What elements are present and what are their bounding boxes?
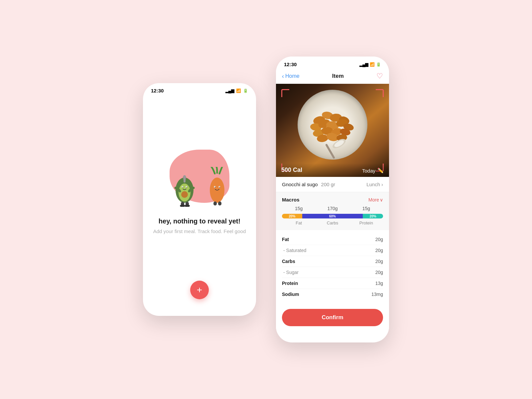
carrot-character bbox=[205, 167, 229, 207]
nutrition-fat-value: 20g bbox=[375, 237, 383, 242]
meal-name: Gnocchi al sugo bbox=[282, 182, 318, 187]
svg-rect-19 bbox=[218, 201, 221, 205]
signal-icon-right: ▂▄▆ bbox=[359, 62, 368, 67]
protein-bar: 20% bbox=[363, 214, 383, 218]
carbs-label: Carbs bbox=[316, 220, 349, 225]
nutrition-sodium-label: Sodium bbox=[282, 292, 299, 297]
illustration bbox=[166, 143, 233, 209]
date-label: Today ✏️ bbox=[362, 168, 384, 174]
protein-label: Protein bbox=[349, 220, 383, 225]
macro-progress-bar: 20% 60% 20% bbox=[282, 214, 383, 218]
signal-icon: ▂▄▆ bbox=[225, 88, 234, 93]
nutrition-carbs-value: 20g bbox=[375, 259, 383, 264]
nutrition-sugar-value: 20g bbox=[375, 270, 383, 275]
time-right: 12:30 bbox=[284, 62, 297, 67]
protein-value: 15g bbox=[349, 206, 383, 211]
food-overlay: 500 Cal Today ✏️ bbox=[276, 163, 389, 177]
nutrition-saturated-label: - Saturated bbox=[282, 248, 306, 253]
nav-title: Item bbox=[332, 73, 344, 79]
svg-rect-18 bbox=[213, 201, 217, 205]
battery-icon-right: 🔋 bbox=[376, 62, 381, 67]
empty-state-content: hey, nothing to reveal yet! Add your fir… bbox=[143, 96, 256, 281]
table-row: Protein 13g bbox=[282, 278, 383, 289]
svg-point-10 bbox=[185, 204, 190, 207]
chevron-right-icon: › bbox=[381, 182, 383, 187]
heart-icon[interactable]: ♡ bbox=[376, 72, 383, 80]
calories-label: 500 Cal bbox=[281, 167, 302, 174]
back-button[interactable]: ‹ Home bbox=[282, 73, 300, 80]
meal-info-row: Gnocchi al sugo 200 gr Lunch › bbox=[276, 177, 389, 192]
add-meal-button[interactable]: + bbox=[190, 281, 209, 299]
fat-value: 15g bbox=[282, 206, 316, 211]
avocado-character bbox=[172, 165, 197, 207]
svg-point-6 bbox=[187, 187, 187, 187]
confirm-area: Confirm bbox=[276, 304, 389, 334]
svg-point-2 bbox=[181, 191, 188, 198]
wifi-icon: 📶 bbox=[236, 88, 241, 93]
back-label: Home bbox=[285, 73, 300, 79]
empty-subtitle: Add your first meal. Track food. Feel go… bbox=[153, 228, 246, 234]
fat-label: Fat bbox=[282, 220, 316, 225]
chevron-left-icon: ‹ bbox=[282, 73, 284, 80]
macros-header: Macros More ∨ bbox=[282, 197, 383, 202]
nutrition-table: Fat 20g - Saturated 20g Carbs 20g - Suga… bbox=[276, 230, 389, 304]
nutrition-fat-label: Fat bbox=[282, 237, 289, 242]
macros-labels: Fat Carbs Protein bbox=[282, 220, 383, 225]
status-bar-left: 12:30 ▂▄▆ 📶 🔋 bbox=[143, 83, 256, 96]
empty-title: hey, nothing to reveal yet! bbox=[159, 217, 240, 225]
table-row: Sodium 13mg bbox=[282, 289, 383, 300]
carbs-bar: 60% bbox=[302, 214, 363, 218]
meal-type[interactable]: Lunch › bbox=[366, 182, 383, 187]
left-phone: 12:30 ▂▄▆ 📶 🔋 bbox=[143, 83, 256, 316]
battery-icon: 🔋 bbox=[243, 88, 248, 93]
more-button[interactable]: More ∨ bbox=[368, 197, 383, 202]
nutrition-saturated-value: 20g bbox=[375, 248, 383, 253]
macros-title: Macros bbox=[282, 197, 300, 202]
nutrition-carbs-label: Carbs bbox=[282, 259, 295, 264]
nav-bar: ‹ Home Item ♡ bbox=[276, 70, 389, 84]
edit-icon[interactable]: ✏️ bbox=[377, 168, 384, 174]
svg-point-16 bbox=[215, 187, 215, 187]
svg-point-9 bbox=[180, 204, 185, 207]
chevron-down-icon: ∨ bbox=[380, 197, 383, 202]
table-row: Carbs 20g bbox=[282, 256, 383, 267]
status-icons-right: ▂▄▆ 📶 🔋 bbox=[359, 61, 381, 67]
nutrition-protein-label: Protein bbox=[282, 281, 298, 286]
right-phone: 12:30 ▂▄▆ 📶 🔋 ‹ Home Item ♡ bbox=[276, 57, 389, 342]
confirm-button[interactable]: Confirm bbox=[282, 309, 383, 326]
table-row: Fat 20g bbox=[282, 234, 383, 245]
status-bar-right: 12:30 ▂▄▆ 📶 🔋 bbox=[276, 57, 389, 70]
svg-rect-12 bbox=[184, 175, 186, 183]
fat-bar: 20% bbox=[282, 214, 302, 218]
nutrition-sodium-value: 13mg bbox=[371, 292, 383, 297]
fab-area: + bbox=[143, 281, 256, 316]
nutrition-sugar-label: - Sugar bbox=[282, 270, 299, 275]
svg-point-17 bbox=[219, 187, 220, 187]
macros-values: 15g 170g 15g bbox=[282, 206, 383, 211]
svg-point-5 bbox=[183, 187, 183, 187]
status-icons-left: ▂▄▆ 📶 🔋 bbox=[225, 88, 248, 93]
wifi-icon-right: 📶 bbox=[370, 62, 375, 67]
table-row: - Sugar 20g bbox=[282, 267, 383, 278]
carbs-value: 170g bbox=[316, 206, 349, 211]
nutrition-protein-value: 13g bbox=[375, 281, 383, 286]
table-row: - Saturated 20g bbox=[282, 245, 383, 256]
gnocchi-svg bbox=[299, 94, 366, 160]
meal-weight: 200 gr bbox=[321, 182, 335, 187]
time-left: 12:30 bbox=[151, 88, 164, 93]
macros-section: Macros More ∨ 15g 170g 15g 20% 60% 20% F… bbox=[276, 192, 389, 230]
food-image: 500 Cal Today ✏️ bbox=[276, 84, 389, 177]
